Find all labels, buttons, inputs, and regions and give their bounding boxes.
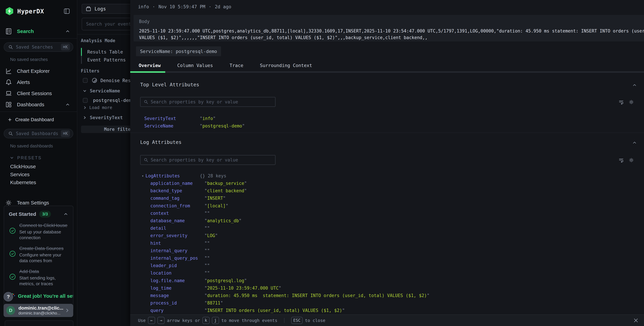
attribute-value[interactable]: postgresql.log: [204, 278, 247, 283]
attribute-value[interactable]: [204, 241, 210, 246]
attribute-value[interactable]: [204, 263, 210, 268]
filter-option-postgresql-demo[interactable]: postgresql-demo: [83, 98, 134, 103]
k-key[interactable]: k: [202, 317, 210, 324]
attribute-value[interactable]: LOG: [204, 233, 218, 238]
attribute-row[interactable]: process_id88711: [150, 299, 640, 307]
attribute-key[interactable]: application_name: [150, 181, 204, 186]
attribute-row[interactable]: log.file.namepostgresql.log: [150, 277, 640, 284]
presets-toggle[interactable]: PRESETS: [10, 154, 77, 161]
attribute-row[interactable]: database_nameanalytics_db: [150, 217, 640, 224]
attribute-value[interactable]: duration: 45.950 ms statement: INSERT IN…: [204, 293, 430, 298]
attribute-value[interactable]: [204, 248, 210, 253]
close-icon[interactable]: [633, 317, 639, 323]
attribute-key[interactable]: database_name: [150, 218, 204, 223]
attribute-row[interactable]: ServiceName postgresql-demo: [144, 122, 245, 130]
tab-overview[interactable]: Overview: [134, 63, 165, 68]
help-button[interactable]: ?: [4, 292, 13, 301]
arrow-left-key[interactable]: ←: [148, 317, 155, 324]
source-select[interactable]: Logs: [82, 4, 138, 14]
create-dashboard-button[interactable]: Create Dashboard: [0, 114, 77, 125]
get-started-item-sources[interactable]: Create Data Sources Configure where your…: [9, 246, 68, 263]
attribute-value[interactable]: analytics_db: [204, 218, 242, 223]
esc-key[interactable]: ESC: [291, 317, 302, 324]
text-wrap-icon[interactable]: [618, 157, 624, 163]
gear-icon[interactable]: [628, 157, 634, 163]
attribute-value[interactable]: INSERT: [204, 196, 226, 201]
attribute-row[interactable]: internal_query: [150, 247, 640, 254]
attribute-row[interactable]: leader_pid: [150, 262, 640, 269]
filter-group-severitytext[interactable]: SeverityText: [82, 115, 123, 120]
log-attributes-root-row[interactable]: ▾ LogAttributes {} 28 keys: [142, 172, 226, 180]
tab-trace[interactable]: Trace: [225, 63, 248, 68]
attribute-key[interactable]: log_time: [150, 285, 204, 291]
preset-item-clickhouse[interactable]: ClickHouse: [0, 162, 77, 170]
attribute-key[interactable]: message: [150, 293, 204, 298]
attribute-value[interactable]: INSERT INTO orders (user_id, total) VALU…: [204, 308, 345, 313]
attribute-row[interactable]: application_namebackup_service: [150, 180, 640, 187]
attribute-key[interactable]: internal_query: [150, 248, 204, 253]
attribute-value[interactable]: info: [200, 116, 216, 121]
attribute-row[interactable]: detail: [150, 224, 640, 232]
sidebar-item-chart-explorer[interactable]: Chart Explorer: [0, 66, 77, 77]
mode-event-patterns[interactable]: Event Patterns: [81, 56, 126, 64]
attribute-root-key[interactable]: LogAttributes: [146, 173, 180, 178]
arrow-right-key[interactable]: →: [158, 317, 164, 324]
attribute-key[interactable]: detail: [150, 226, 204, 231]
attribute-value[interactable]: [204, 256, 210, 261]
attribute-key[interactable]: context: [150, 211, 204, 216]
chevron-up-icon[interactable]: [63, 212, 68, 217]
mode-results-table[interactable]: Results Table: [81, 48, 123, 56]
text-wrap-icon[interactable]: [618, 99, 624, 105]
attribute-key[interactable]: query: [150, 308, 204, 313]
attribute-key[interactable]: backend_type: [150, 188, 204, 193]
attribute-key[interactable]: internal_query_pos: [150, 256, 204, 261]
sidebar-collapse-icon[interactable]: [64, 8, 70, 15]
collapse-section-icon[interactable]: [632, 82, 637, 88]
gear-icon[interactable]: [628, 99, 634, 105]
sidebar-item-dashboards[interactable]: Dashboards: [0, 99, 77, 110]
saved-dashboards-input[interactable]: Saved Dashboards ⌘K: [4, 129, 73, 138]
preset-item-services[interactable]: Services: [0, 170, 77, 178]
top-level-search-input[interactable]: Search properties by key or value: [140, 97, 276, 107]
attribute-key[interactable]: error_severity: [150, 233, 204, 238]
attribute-key[interactable]: command_tag: [150, 196, 204, 201]
attribute-key[interactable]: leader_pid: [150, 263, 204, 268]
attribute-value[interactable]: [204, 211, 210, 216]
service-name-tag[interactable]: ServiceName: postgresql-demo: [136, 46, 221, 56]
load-more-button[interactable]: Load more: [83, 105, 112, 110]
checkbox-unchecked[interactable]: [83, 78, 88, 83]
attribute-value[interactable]: postgresql-demo: [200, 123, 245, 128]
j-key[interactable]: j: [212, 317, 219, 324]
attribute-row[interactable]: command_tagINSERT: [150, 194, 640, 202]
tab-surrounding-context[interactable]: Surrounding Context: [256, 63, 316, 68]
sidebar-item-search[interactable]: Search: [0, 26, 77, 37]
sidebar-item-alerts[interactable]: Alerts: [0, 77, 77, 88]
attribute-row[interactable]: context: [150, 210, 640, 217]
user-menu[interactable]: D dominic.tran@clic... dominic.tran@clic…: [4, 304, 73, 317]
attribute-row[interactable]: backend_typeclient backend: [150, 187, 640, 194]
tab-column-values[interactable]: Column Values: [173, 63, 217, 68]
checkbox-unchecked[interactable]: [83, 98, 88, 103]
filter-group-servicename[interactable]: ServiceName: [82, 88, 120, 93]
collapse-section-icon[interactable]: [632, 140, 637, 145]
attribute-key[interactable]: connection_from: [150, 203, 204, 208]
attribute-row[interactable]: queryINSERT INTO orders (user_id, total)…: [150, 307, 640, 314]
attribute-row[interactable]: hint: [150, 239, 640, 247]
saved-searches-input[interactable]: Saved Searches ⌘K: [4, 42, 73, 52]
attribute-value[interactable]: client backend: [204, 188, 247, 193]
get-started-item-connect[interactable]: Connect to ClickHouse Set up your databa…: [9, 223, 68, 240]
attribute-key[interactable]: process_id: [150, 300, 204, 305]
caret-down-icon[interactable]: ▾: [142, 174, 146, 178]
attribute-key[interactable]: ServiceName: [144, 123, 200, 128]
get-started-item-add-data[interactable]: Add Data Start sending logs, metrics, or…: [9, 269, 68, 286]
attribute-row[interactable]: internal_query_pos: [150, 254, 640, 262]
attribute-row[interactable]: messageduration: 45.950 ms statement: IN…: [150, 292, 640, 299]
attribute-key[interactable]: location: [150, 270, 204, 275]
sidebar-item-client-sessions[interactable]: Client Sessions: [0, 88, 77, 99]
attribute-value[interactable]: 2025-11-10 23:59:47.000 UTC: [204, 285, 281, 291]
attribute-value[interactable]: [local]: [204, 203, 228, 208]
attribute-row[interactable]: location: [150, 269, 640, 277]
preset-item-kubernetes[interactable]: Kubernetes: [0, 178, 77, 186]
log-attributes-search-input[interactable]: Search properties by key or value: [140, 155, 276, 165]
attribute-key[interactable]: SeverityText: [144, 116, 200, 121]
